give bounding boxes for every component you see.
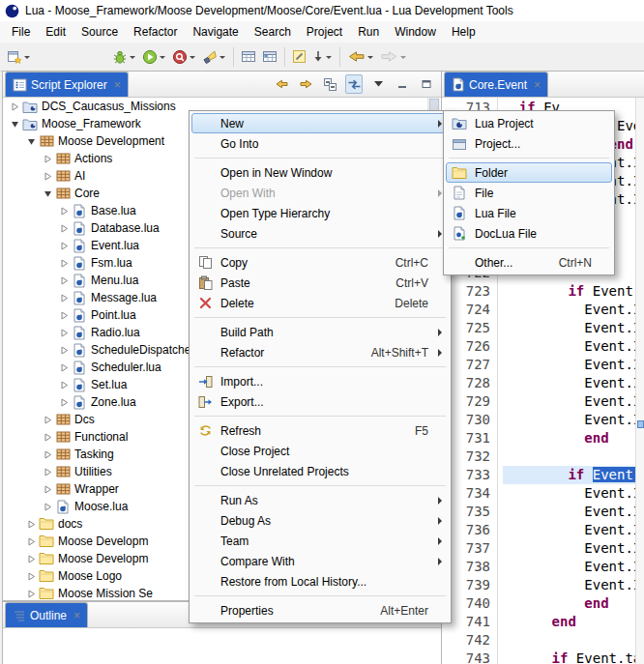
close-icon[interactable]: × [534, 79, 541, 91]
context-menu-item-properties[interactable]: PropertiesAlt+Enter [191, 600, 449, 621]
debug-button[interactable] [109, 44, 139, 70]
context-menu-item-new[interactable]: New [191, 113, 449, 133]
data-grid-button[interactable] [259, 44, 280, 70]
menu-project[interactable]: Project [299, 22, 350, 42]
new-submenu-item-lua-file[interactable]: Lua File [446, 203, 612, 223]
menu-source[interactable]: Source [73, 22, 126, 42]
expand-twistie-icon[interactable] [57, 329, 71, 337]
expand-twistie-icon[interactable] [41, 450, 54, 459]
menu-window[interactable]: Window [387, 22, 444, 42]
open-table-button[interactable] [238, 44, 259, 70]
expand-twistie-icon[interactable] [24, 555, 38, 563]
back-button[interactable] [344, 44, 377, 70]
context-menu-item-copy[interactable]: CopyCtrl+C [191, 252, 449, 273]
new-submenu-item-file[interactable]: File [446, 183, 612, 203]
expand-twistie-icon[interactable] [24, 537, 38, 546]
context-menu-item-debug-as[interactable]: Debug As [191, 510, 449, 531]
collapse-twistie-icon[interactable] [8, 120, 21, 129]
menu-refactor[interactable]: Refactor [126, 22, 185, 42]
expand-twistie-icon[interactable] [8, 102, 21, 111]
link-with-editor-button[interactable] [345, 74, 363, 94]
context-menu-item-go-into[interactable]: Go Into [191, 133, 449, 154]
overview-ruler[interactable] [635, 98, 644, 664]
dropdown-arrow-icon[interactable] [24, 56, 30, 62]
external-tools-button[interactable] [169, 44, 199, 70]
context-menu-item-open-type-hierarchy[interactable]: Open Type Hierarchy [191, 203, 449, 223]
menu-file[interactable]: File [4, 22, 38, 42]
new-submenu-item-other[interactable]: Other...Ctrl+N [446, 252, 612, 273]
menu-search[interactable]: Search [247, 22, 299, 42]
expand-twistie-icon[interactable] [57, 224, 71, 233]
context-menu-item-team[interactable]: Team [191, 531, 449, 551]
expand-twistie-icon[interactable] [57, 294, 71, 303]
expand-twistie-icon[interactable] [57, 207, 71, 216]
dropdown-arrow-icon[interactable] [326, 56, 332, 62]
expand-twistie-icon[interactable] [24, 590, 38, 598]
expand-twistie-icon[interactable] [24, 520, 38, 529]
expand-twistie-icon[interactable] [41, 503, 54, 511]
dropdown-arrow-icon[interactable] [160, 56, 165, 62]
minimize-button[interactable] [394, 74, 411, 94]
context-menu-item-export[interactable]: Export... [191, 391, 449, 412]
collapse-twistie-icon[interactable] [41, 189, 54, 198]
context-menu-item-close-project[interactable]: Close Project [191, 441, 449, 461]
close-icon[interactable]: × [114, 79, 121, 91]
search-button[interactable] [199, 44, 229, 70]
expand-twistie-icon[interactable] [41, 416, 54, 424]
menu-help[interactable]: Help [444, 22, 483, 42]
context-menu-item-source[interactable]: Source [191, 223, 449, 244]
context-menu-item-open-in-new-window[interactable]: Open in New Window [191, 162, 449, 183]
context-menu-item-run-as[interactable]: Run As [191, 490, 449, 510]
dropdown-arrow-icon[interactable] [400, 56, 406, 62]
forward-small-button[interactable] [297, 74, 314, 94]
expand-twistie-icon[interactable] [57, 276, 71, 285]
expand-twistie-icon[interactable] [57, 242, 71, 250]
context-menu-item-paste[interactable]: PasteCtrl+V [191, 273, 449, 293]
dropdown-arrow-icon[interactable] [190, 56, 195, 62]
menu-edit[interactable]: Edit [38, 22, 73, 42]
context-menu-item-close-unrelated-projects[interactable]: Close Unrelated Projects [191, 461, 449, 481]
outline-tab[interactable]: Outline × [5, 602, 88, 627]
menu-run[interactable]: Run [350, 22, 387, 42]
collapse-twistie-icon[interactable] [24, 137, 38, 146]
maximize-button[interactable] [418, 74, 435, 94]
forward-button[interactable] [377, 44, 410, 70]
dropdown-arrow-icon[interactable] [367, 56, 373, 62]
new-submenu-item-project[interactable]: Project... [446, 133, 612, 154]
new-submenu-item-lua-project[interactable]: Lua Project [446, 113, 612, 133]
new-submenu-item-folder[interactable]: Folder [446, 162, 612, 183]
annotations-button[interactable] [309, 44, 336, 70]
expand-twistie-icon[interactable] [57, 381, 71, 390]
back-small-button[interactable] [273, 74, 290, 94]
mark-occurrences-button[interactable] [289, 44, 309, 70]
expand-twistie-icon[interactable] [41, 485, 54, 494]
expand-twistie-icon[interactable] [41, 468, 54, 476]
expand-twistie-icon[interactable] [57, 363, 71, 372]
expand-twistie-icon[interactable] [41, 155, 54, 163]
expand-twistie-icon[interactable] [57, 346, 71, 355]
close-icon[interactable]: × [73, 610, 80, 621]
script-explorer-tab[interactable]: Script Explorer × [5, 72, 129, 97]
context-menu-item-refresh[interactable]: RefreshF5 [191, 420, 449, 441]
context-menu-item-import[interactable]: Import... [191, 371, 449, 391]
context-menu-item-refactor[interactable]: RefactorAlt+Shift+T [191, 342, 449, 362]
menu-navigate[interactable]: Navigate [185, 22, 246, 42]
context-menu-item-restore-from-local-history[interactable]: Restore from Local History... [191, 571, 449, 592]
expand-twistie-icon[interactable] [41, 172, 54, 181]
editor-tab[interactable]: Core.Event × [444, 72, 548, 97]
dropdown-arrow-icon[interactable] [220, 56, 225, 62]
dropdown-arrow-icon[interactable] [130, 56, 135, 62]
new-submenu-item-doclua-file[interactable]: DocLua File [446, 223, 612, 244]
context-menu-item-delete[interactable]: DeleteDelete [191, 293, 449, 313]
context-menu-item-compare-with[interactable]: Compare With [191, 551, 449, 571]
collapse-all-button[interactable] [321, 74, 338, 94]
view-menu-button[interactable] [369, 74, 387, 94]
expand-twistie-icon[interactable] [57, 311, 71, 320]
run-button[interactable] [139, 44, 169, 70]
expand-twistie-icon[interactable] [24, 572, 38, 581]
expand-twistie-icon[interactable] [41, 433, 54, 442]
context-menu-item-open-with[interactable]: Open With [191, 183, 449, 203]
context-menu-item-build-path[interactable]: Build Path [191, 322, 449, 342]
new-wizard-button[interactable] [4, 44, 34, 70]
expand-twistie-icon[interactable] [57, 398, 71, 407]
